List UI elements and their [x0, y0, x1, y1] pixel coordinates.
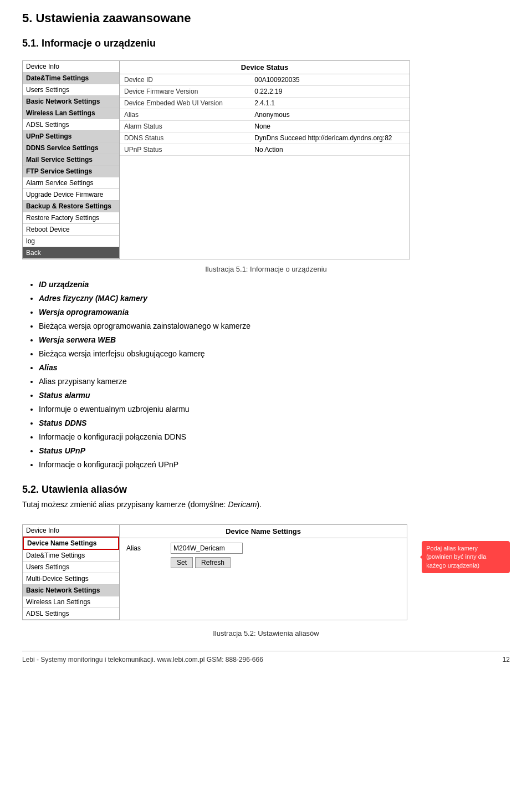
status-row: UPnP StatusNo Action [120, 144, 410, 156]
sidebar1-item[interactable]: ADSL Settings [23, 119, 119, 131]
sidebar2-item[interactable]: Wireless Lan Settings [23, 596, 119, 608]
list-item: Bieżąca wersja interfejsu obsługującego … [39, 348, 510, 360]
device-status-title: Device Status [120, 61, 410, 74]
sidebar1-item[interactable]: Backup & Restore Settings [23, 201, 119, 212]
device-name-title: Device Name Settings [120, 525, 407, 538]
sidebar1-item[interactable]: Date&Time Settings [23, 73, 119, 84]
status-value: DynDns Succeed http://dericam.dyndns.org… [250, 132, 410, 144]
section-desc-italic: Dericam [228, 500, 257, 509]
status-value: No Action [250, 144, 410, 156]
device-status-panel: Device Status Device ID00A100920035Devic… [120, 61, 410, 259]
info-list: ID urządzeniaAdres fizyczny (MAC) kamery… [39, 279, 510, 471]
section-5-2-title: 5.2. Utawienia aliasów [22, 484, 510, 496]
device-name-panel: Device InfoDevice Name SettingsDate&Time… [22, 524, 407, 620]
sidebar1-item[interactable]: Reboot Device [23, 224, 119, 236]
list-item: Status alarmu [39, 390, 510, 401]
alias-input[interactable] [171, 543, 243, 554]
status-label: Device ID [120, 74, 250, 86]
illustration-row: Device InfoDevice Name SettingsDate&Time… [22, 524, 510, 626]
sidebar1-item[interactable]: Basic Network Settings [23, 96, 119, 108]
sidebar1-item[interactable]: Upgrade Device Firmware [23, 189, 119, 201]
footer-left: Lebi - Systemy monitoringu i telekomunik… [22, 656, 263, 664]
sidebar2-item[interactable]: Users Settings [23, 562, 119, 573]
status-row: Device Firmware Version0.22.2.19 [120, 86, 410, 98]
sidebar1-item[interactable]: Device Info [23, 61, 119, 73]
sidebar1-item[interactable]: log [23, 236, 119, 247]
status-value: 2.4.1.1 [250, 98, 410, 109]
status-row: AliasAnonymous [120, 109, 410, 121]
sidebar1-item[interactable]: Restore Factory Settings [23, 212, 119, 224]
status-label: DDNS Status [120, 132, 250, 144]
sidebar2-item[interactable]: Device Info [23, 525, 119, 537]
list-item: Status UPnP [39, 445, 510, 457]
sidebar1-item[interactable]: Users Settings [23, 84, 119, 96]
tooltip-col: Podaj alias kamery (powinien być inny dl… [416, 541, 510, 573]
status-label: Device Embeded Web UI Version [120, 98, 250, 109]
caption-1: Ilustracja 5.1: Informacje o urządzeniu [22, 265, 510, 273]
list-item: Wersja oprogramowania [39, 307, 510, 318]
sidebar2-item[interactable]: Device Name Settings [23, 537, 119, 550]
device-name-form: Alias Set Refresh [120, 538, 407, 576]
sidebar2-item[interactable]: Date&Time Settings [23, 550, 119, 562]
alias-row: Alias [126, 543, 400, 554]
sidebar1-item[interactable]: Wireless Lan Settings [23, 108, 119, 119]
device-name-content: Device Name Settings Alias Set Refresh [120, 525, 407, 620]
sidebar1-item[interactable]: UPnP Settings [23, 131, 119, 142]
list-item: Alias [39, 362, 510, 374]
refresh-button[interactable]: Refresh [195, 557, 231, 568]
status-row: Device ID00A100920035 [120, 74, 410, 86]
status-value: 0.22.2.19 [250, 86, 410, 98]
list-item: Status DDNS [39, 417, 510, 429]
list-item: Informuje o ewentualnym uzbrojeniu alarm… [39, 404, 510, 415]
footer-page: 12 [503, 656, 510, 664]
sidebar2-item[interactable]: ADSL Settings [23, 608, 119, 620]
footer: Lebi - Systemy monitoringu i telekomunik… [22, 651, 510, 664]
sidebar1-item[interactable]: Mail Service Settings [23, 154, 119, 166]
section-5-2-desc: Tutaj możesz zmienić alias przypisany ka… [22, 500, 510, 509]
device-info-panel: Device InfoDate&Time SettingsUsers Setti… [22, 60, 410, 259]
list-item: Wersja serwera WEB [39, 334, 510, 346]
section-desc-end: ). [257, 500, 262, 509]
status-label: UPnP Status [120, 144, 250, 156]
section-5-1: 5.1. Informacje o urządzeniu Device Info… [22, 38, 510, 471]
sidebar2-item[interactable]: Multi-Device Settings [23, 573, 119, 585]
section-desc-text: Tutaj możesz zmienić alias przypisany ka… [22, 500, 228, 509]
main-heading: 5. Ustawienia zaawansowane [22, 11, 510, 25]
sidebar1-item[interactable]: FTP Service Settings [23, 166, 119, 177]
sidebar1-item[interactable]: Alarm Service Settings [23, 177, 119, 189]
section-5-1-title: 5.1. Informacje o urządzeniu [22, 38, 510, 49]
buttons-row: Set Refresh [126, 557, 400, 568]
sidebar2-item[interactable]: Basic Network Settings [23, 585, 119, 596]
status-value: Anonymous [250, 109, 410, 121]
section-5-2: 5.2. Utawienia aliasów Tutaj możesz zmie… [22, 484, 510, 637]
alias-label: Alias [126, 544, 171, 552]
status-value: 00A100920035 [250, 74, 410, 86]
status-label: Device Firmware Version [120, 86, 250, 98]
sidebar-menu-2: Device InfoDevice Name SettingsDate&Time… [23, 525, 120, 620]
chapter-title: 5. Ustawienia zaawansowane [22, 11, 510, 25]
status-row: Alarm StatusNone [120, 121, 410, 132]
status-value: None [250, 121, 410, 132]
list-item: Informacje o konfiguracji połączeń UPnP [39, 459, 510, 471]
tooltip-bubble: Podaj alias kamery (powinien być inny dl… [422, 541, 510, 573]
sidebar1-item[interactable]: Back [23, 247, 119, 259]
list-item: Informacje o konfiguracji połączenia DDN… [39, 431, 510, 443]
sidebar1-item[interactable]: DDNS Service Settings [23, 142, 119, 154]
status-label: Alarm Status [120, 121, 250, 132]
caption-2: Ilustracja 5.2: Ustawienia aliasów [22, 629, 510, 637]
status-row: DDNS StatusDynDns Succeed http://dericam… [120, 132, 410, 144]
status-label: Alias [120, 109, 250, 121]
list-item: Adres fizyczny (MAC) kamery [39, 293, 510, 304]
status-row: Device Embeded Web UI Version2.4.1.1 [120, 98, 410, 109]
list-item: Bieżąca wersja oprogramowania zainstalow… [39, 320, 510, 332]
list-item: Alias przypisany kamerze [39, 376, 510, 387]
set-button[interactable]: Set [171, 557, 193, 568]
list-item: ID urządzenia [39, 279, 510, 290]
status-table: Device ID00A100920035Device Firmware Ver… [120, 74, 410, 156]
sidebar-menu-1: Device InfoDate&Time SettingsUsers Setti… [23, 61, 120, 259]
